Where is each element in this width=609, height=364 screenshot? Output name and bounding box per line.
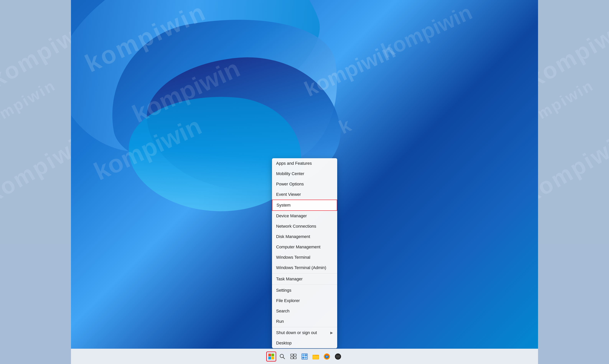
menu-label-mobility-center: Mobility Center <box>276 171 304 176</box>
menu-label-event-viewer: Event Viewer <box>276 192 301 197</box>
task-view-button[interactable] <box>288 351 298 362</box>
menu-item-power-options[interactable]: Power Options <box>272 179 337 189</box>
menu-label-power-options: Power Options <box>276 182 304 187</box>
other-app-icon <box>334 353 342 360</box>
start-button[interactable] <box>266 351 276 362</box>
file-explorer-button[interactable] <box>311 351 321 362</box>
watermark-text-5: kompiwin <box>538 76 597 133</box>
menu-item-search[interactable]: Search <box>272 306 337 316</box>
svg-rect-1 <box>272 354 274 356</box>
svg-rect-14 <box>305 357 307 359</box>
widgets-button[interactable] <box>300 351 310 362</box>
menu-item-desktop[interactable]: Desktop <box>272 338 337 348</box>
menu-divider-2 <box>272 285 337 285</box>
menu-label-file-explorer: File Explorer <box>276 298 300 303</box>
menu-item-windows-terminal[interactable]: Windows Terminal <box>272 252 337 262</box>
watermark-text-3: kompiwin <box>0 126 71 208</box>
svg-rect-9 <box>294 357 296 359</box>
context-menu: Apps and Features Mobility Center Power … <box>272 158 337 348</box>
menu-item-computer-management[interactable]: Computer Management <box>272 242 337 252</box>
desktop: kompiwin kompiwin kompiwin kompiwin komp… <box>0 0 609 364</box>
svg-rect-13 <box>302 357 304 359</box>
menu-divider-3 <box>272 327 337 327</box>
watermark-text-4: kompiwin <box>538 11 609 93</box>
menu-label-windows-terminal: Windows Terminal <box>276 255 310 260</box>
svg-rect-12 <box>305 354 307 356</box>
watermark-left: kompiwin kompiwin kompiwin <box>0 0 71 364</box>
other-app-button[interactable] <box>333 351 343 362</box>
submenu-arrow-icon: ▶ <box>330 331 333 335</box>
watermark-text-6: kompiwin <box>538 126 609 208</box>
menu-item-task-manager[interactable]: Task Manager <box>272 274 337 284</box>
menu-item-disk-management[interactable]: Disk Management <box>272 232 337 242</box>
file-explorer-icon <box>312 353 319 360</box>
menu-item-apps-features[interactable]: Apps and Features <box>272 158 337 169</box>
menu-label-desktop: Desktop <box>276 341 292 346</box>
windows-logo-icon <box>268 353 274 360</box>
search-icon <box>279 353 286 360</box>
menu-label-computer-management: Computer Management <box>276 245 321 249</box>
menu-item-network-connections[interactable]: Network Connections <box>272 221 337 232</box>
firefox-icon <box>323 353 330 360</box>
menu-item-shut-down[interactable]: Shut down or sign out ▶ <box>272 327 337 338</box>
menu-label-apps-features: Apps and Features <box>276 161 312 166</box>
menu-label-settings: Settings <box>276 288 292 293</box>
watermark-text: kompiwin <box>0 11 71 93</box>
task-view-icon <box>290 353 297 360</box>
menu-item-mobility-center[interactable]: Mobility Center <box>272 169 337 179</box>
widgets-icon <box>301 353 308 360</box>
svg-rect-6 <box>291 354 293 356</box>
menu-label-task-manager: Task Manager <box>276 276 303 282</box>
search-taskbar-button[interactable] <box>277 351 287 362</box>
menu-label-search: Search <box>276 309 290 313</box>
wm5: kompiwin <box>377 0 476 63</box>
menu-label-windows-terminal-admin: Windows Terminal (Admin) <box>276 265 326 270</box>
svg-rect-8 <box>291 357 293 359</box>
menu-label-network-connections: Network Connections <box>276 224 316 229</box>
svg-rect-7 <box>294 354 296 356</box>
svg-line-5 <box>283 357 285 359</box>
svg-rect-0 <box>268 354 271 356</box>
menu-label-device-manager: Device Manager <box>276 213 307 219</box>
firefox-button[interactable] <box>322 351 332 362</box>
menu-item-settings[interactable]: Settings <box>272 285 337 296</box>
menu-item-windows-terminal-admin[interactable]: Windows Terminal (Admin) <box>272 262 337 273</box>
watermark-text-2: kompiwin <box>0 76 59 133</box>
watermark-right: kompiwin kompiwin kompiwin <box>538 0 609 364</box>
menu-label-shut-down: Shut down or sign out <box>276 330 317 335</box>
svg-rect-11 <box>302 354 305 356</box>
menu-divider-1 <box>272 273 337 273</box>
svg-point-22 <box>337 354 339 356</box>
menu-item-run[interactable]: Run <box>272 316 337 327</box>
left-panel: kompiwin kompiwin kompiwin <box>0 0 71 364</box>
menu-label-run: Run <box>276 319 284 324</box>
svg-rect-16 <box>313 356 319 359</box>
menu-label-disk-management: Disk Management <box>276 234 310 239</box>
menu-item-system[interactable]: System <box>272 200 337 211</box>
right-panel: kompiwin kompiwin kompiwin <box>538 0 609 364</box>
menu-item-file-explorer[interactable]: File Explorer <box>272 296 337 306</box>
svg-rect-3 <box>272 357 274 359</box>
taskbar <box>71 349 538 364</box>
menu-label-system: System <box>277 203 291 208</box>
menu-item-device-manager[interactable]: Device Manager <box>272 211 337 221</box>
menu-item-event-viewer[interactable]: Event Viewer <box>272 189 337 200</box>
svg-rect-2 <box>268 357 271 359</box>
